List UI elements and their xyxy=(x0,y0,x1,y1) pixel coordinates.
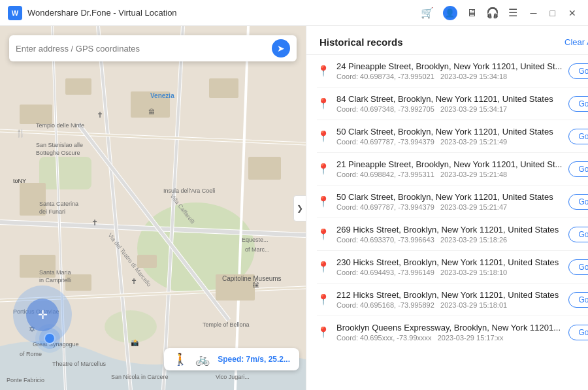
svg-rect-26 xyxy=(248,157,281,180)
record-info: 269 Hicks Street, Brooklyn, New York 112… xyxy=(336,225,562,244)
svg-rect-2 xyxy=(39,157,91,189)
record-meta: Coord: 40.697787, -73.994379 2023-03-29 … xyxy=(336,203,562,211)
record-item: 📍 21 Pineapple Street, Brooklyn, New Yor… xyxy=(317,153,588,186)
record-info: 84 Clark Street, Brooklyn, New York 1120… xyxy=(336,94,562,113)
svg-text:in Campitelli: in Campitelli xyxy=(39,277,71,284)
record-meta: Coord: 40.697348, -73.992705 2023-03-29 … xyxy=(336,105,562,113)
go-button[interactable]: Go xyxy=(568,292,588,308)
record-address: 21 Pineapple Street, Brooklyn, New York … xyxy=(336,159,562,169)
title-bar: W Wondershare Dr.Fone - Virtual Location… xyxy=(0,0,588,26)
maximize-button[interactable]: □ xyxy=(546,7,559,20)
go-button[interactable]: Go xyxy=(568,129,588,144)
record-item: 📍 230 Hicks Street, Brooklyn, New York 1… xyxy=(317,251,588,284)
svg-text:of Rome: of Rome xyxy=(20,351,42,357)
svg-text:dei Funari: dei Funari xyxy=(39,208,65,215)
record-pin-icon: 📍 xyxy=(317,195,330,208)
record-pin-icon: 📍 xyxy=(317,97,330,110)
bike-icon: 🚲 xyxy=(195,352,210,366)
nav-arrows-icon: ✛ xyxy=(38,309,48,321)
nav-pad: ✛ xyxy=(13,285,72,344)
record-address: 84 Clark Street, Brooklyn, New York 1120… xyxy=(336,94,562,104)
search-bar: ➤ xyxy=(9,35,297,61)
record-address: 230 Hicks Street, Brooklyn, New York 112… xyxy=(336,257,562,267)
cart-icon[interactable]: 🛒 xyxy=(421,7,434,19)
svg-text:Santa Caterina: Santa Caterina xyxy=(39,201,78,207)
navigate-button[interactable]: ➤ xyxy=(272,39,290,57)
map-background[interactable]: Church of the Gesù Venezia Tempio delle … xyxy=(0,26,306,390)
user-icon[interactable]: 👤 xyxy=(443,6,457,20)
svg-text:Vico Jugari...: Vico Jugari... xyxy=(216,374,250,380)
svg-text:🏛: 🏛 xyxy=(252,281,259,289)
go-button[interactable]: Go xyxy=(568,161,588,177)
svg-text:🏛: 🏛 xyxy=(148,108,155,116)
collapse-panel-button[interactable]: ❯ xyxy=(293,195,306,221)
go-button[interactable]: Go xyxy=(568,96,588,112)
record-pin-icon: 📍 xyxy=(317,326,330,338)
svg-text:Theatre of Marcellus: Theatre of Marcellus xyxy=(52,361,106,367)
close-button[interactable]: ✕ xyxy=(564,7,580,20)
record-item: 📍 269 Hicks Street, Brooklyn, New York 1… xyxy=(317,218,588,251)
svg-text:Ponte Fabricio: Ponte Fabricio xyxy=(7,377,44,383)
record-info: Brooklyn Queens Expressway, Brooklyn, Ne… xyxy=(336,323,562,342)
svg-text:✝: ✝ xyxy=(91,218,98,227)
record-pin-icon: 📍 xyxy=(317,293,330,306)
speed-text: Speed: 7m/s, 25.2... xyxy=(218,355,290,364)
record-pin-icon: 📍 xyxy=(317,130,330,142)
svg-text:✝: ✝ xyxy=(97,110,103,120)
go-button[interactable]: Go xyxy=(568,325,588,340)
panel-header: Historical records Clear All xyxy=(306,26,588,55)
record-info: 230 Hicks Street, Brooklyn, New York 112… xyxy=(336,257,562,276)
minimize-button[interactable]: ─ xyxy=(527,7,541,20)
svg-text:Insula dell'Ara Coeli: Insula dell'Ara Coeli xyxy=(163,187,215,194)
map-area: Church of the Gesù Venezia Tempio delle … xyxy=(0,26,306,390)
nav-inner[interactable]: ✛ xyxy=(26,299,59,331)
svg-text:San Stanislao alle: San Stanislao alle xyxy=(36,142,83,148)
main-container: Church of the Gesù Venezia Tempio delle … xyxy=(0,26,588,390)
record-meta: Coord: 40.693370, -73.996643 2023-03-29 … xyxy=(336,236,562,244)
svg-text:Botteghe Oscure: Botteghe Oscure xyxy=(36,150,80,156)
svg-rect-19 xyxy=(20,105,52,124)
record-info: 212 Hicks Street, Brooklyn, New York 112… xyxy=(336,290,562,309)
record-item: 📍 84 Clark Street, Brooklyn, New York 11… xyxy=(317,88,588,120)
record-item: 📍 50 Clark Street, Brooklyn, New York 11… xyxy=(317,186,588,218)
record-info: 50 Clark Street, Brooklyn, New York 1120… xyxy=(336,192,562,211)
go-button[interactable]: Go xyxy=(568,259,588,275)
record-meta: Coord: 40.695168, -73.995892 2023-03-29 … xyxy=(336,301,562,309)
monitor-icon[interactable]: 🖥 xyxy=(466,7,477,19)
record-pin-icon: 📍 xyxy=(317,261,330,273)
svg-text:Santa Maria: Santa Maria xyxy=(39,269,71,276)
go-button[interactable]: Go xyxy=(568,63,588,79)
records-list: 📍 24 Pineapple Street, Brooklyn, New Yor… xyxy=(306,55,588,390)
record-address: 50 Clark Street, Brooklyn, New York 1120… xyxy=(336,127,562,137)
speed-bar: 🚶 🚲 Speed: 7m/s, 25.2... xyxy=(164,348,299,370)
svg-text:Equeste...: Equeste... xyxy=(242,236,269,243)
headphones-icon[interactable]: 🎧 xyxy=(486,7,499,19)
record-pin-icon: 📍 xyxy=(317,228,330,240)
go-button[interactable]: Go xyxy=(568,194,588,210)
svg-text:Venezia: Venezia xyxy=(150,92,174,99)
go-button[interactable]: Go xyxy=(568,227,588,242)
title-bar-left: W Wondershare Dr.Fone - Virtual Location xyxy=(8,6,177,20)
record-item: 📍 24 Pineapple Street, Brooklyn, New Yor… xyxy=(317,55,588,88)
svg-rect-28 xyxy=(137,255,157,268)
speed-label: Speed: xyxy=(218,355,244,364)
app-logo: W xyxy=(8,6,22,20)
clear-all-button[interactable]: Clear All xyxy=(564,37,588,47)
record-address: 212 Hicks Street, Brooklyn, New York 112… xyxy=(336,290,562,300)
list-icon[interactable]: ☰ xyxy=(508,7,517,19)
record-address: 50 Clark Street, Brooklyn, New York 1120… xyxy=(336,192,562,202)
record-address: Brooklyn Queens Expressway, Brooklyn, Ne… xyxy=(336,323,562,333)
record-meta: Coord: 40.698842, -73.995311 2023-03-29 … xyxy=(336,171,562,178)
svg-text:🍴: 🍴 xyxy=(16,128,25,138)
svg-text:toNY: toNY xyxy=(13,178,26,184)
nav-circle: ✛ xyxy=(13,285,72,344)
svg-rect-20 xyxy=(65,78,91,95)
record-item: 📍 50 Clark Street, Brooklyn, New York 11… xyxy=(317,120,588,153)
search-input[interactable] xyxy=(16,44,272,54)
svg-point-3 xyxy=(105,310,157,343)
title-bar-right: 🛒 👤 🖥 🎧 ☰ ─ □ ✕ xyxy=(421,6,580,20)
record-info: 50 Clark Street, Brooklyn, New York 1120… xyxy=(336,127,562,146)
app-title: Wondershare Dr.Fone - Virtual Location xyxy=(27,8,177,18)
record-address: 24 Pineapple Street, Brooklyn, New York … xyxy=(336,61,562,71)
record-info: 24 Pineapple Street, Brooklyn, New York … xyxy=(336,61,562,80)
